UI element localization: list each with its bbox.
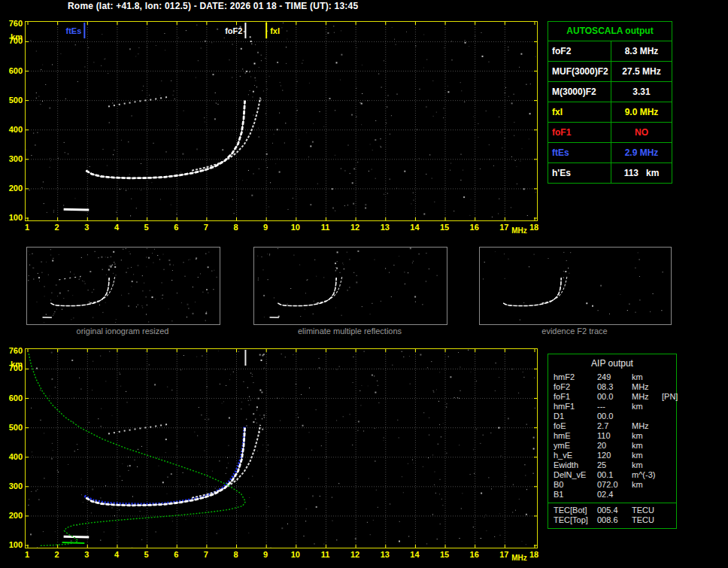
thumbnail-eliminate-reflections bbox=[253, 247, 447, 325]
autoscala-param-value: 3.31 bbox=[611, 82, 672, 102]
x-tick-15: 15 bbox=[437, 550, 452, 559]
x-tick-4: 4 bbox=[109, 550, 124, 559]
x-tick-9: 9 bbox=[258, 550, 273, 559]
aip-param-extra bbox=[662, 382, 676, 392]
aip-param-label: B1 bbox=[554, 490, 597, 500]
aip-param-value: 2.7 bbox=[597, 421, 632, 431]
aip-row-hme: hmE110km bbox=[548, 431, 676, 441]
aip-param-label: hmF1 bbox=[554, 402, 597, 412]
aip-param-label: h_vE bbox=[554, 451, 597, 460]
aip-row-b0: B0072.0km bbox=[548, 480, 676, 490]
y-tick-200: 200 bbox=[2, 184, 23, 193]
x-axis-unit: MHz bbox=[511, 226, 527, 235]
y-tick-300: 300 bbox=[2, 481, 23, 491]
x-tick-18: 18 bbox=[526, 223, 541, 232]
aip-param-extra bbox=[662, 480, 676, 490]
x-tick-13: 13 bbox=[378, 223, 393, 232]
aip-param-value: 008.6 bbox=[597, 515, 632, 525]
thumbnail-evidence-canvas bbox=[480, 248, 669, 323]
autoscala-row-h-es: h'Es113 km bbox=[548, 163, 672, 183]
x-tick-1: 1 bbox=[20, 223, 35, 232]
autoscala-param-label: foF2 bbox=[548, 41, 611, 61]
aip-param-unit: km bbox=[632, 451, 662, 460]
thumbnail-original-ionogram bbox=[26, 247, 220, 325]
autoscala-screen: Rome (lat: +41.8, lon: 012.5) - DATE: 20… bbox=[0, 0, 728, 568]
es-marker-green bbox=[62, 542, 85, 543]
y-tick-500: 500 bbox=[2, 423, 23, 432]
aip-param-label: D1 bbox=[554, 412, 597, 421]
aip-param-label: ymE bbox=[554, 441, 597, 451]
autoscala-param-value: NO bbox=[611, 123, 672, 142]
y-axis-unit: km bbox=[2, 32, 23, 41]
aip-param-extra bbox=[662, 470, 676, 480]
aip-param-value: 110 bbox=[597, 431, 632, 441]
thumbnail-original-canvas bbox=[27, 248, 218, 323]
x-tick-6: 6 bbox=[168, 550, 184, 559]
aip-param-extra bbox=[662, 372, 676, 382]
x-tick-5: 5 bbox=[139, 223, 154, 232]
aip-param-extra: [PN] bbox=[662, 392, 678, 402]
y-tick-400: 400 bbox=[2, 452, 23, 461]
bottom-ionogram-plot bbox=[25, 348, 538, 548]
aip-param-value: 120 bbox=[597, 451, 632, 460]
bottom-ionogram-canvas bbox=[26, 349, 537, 548]
x-tick-18: 18 bbox=[526, 550, 541, 559]
autoscala-param-value: 9.0 MHz bbox=[611, 102, 672, 122]
autoscala-row-fxi: fxI9.0 MHz bbox=[548, 102, 672, 123]
y-tick-500: 500 bbox=[2, 96, 23, 105]
aip-row-hmf1: hmF1---km bbox=[548, 402, 676, 412]
aip-param-extra bbox=[662, 490, 676, 500]
aip-table-rows: hmF2249kmfoF208.3MHzfoF100.0MHz[PN]hmF1-… bbox=[548, 372, 676, 525]
x-tick-15: 15 bbox=[437, 223, 452, 232]
aip-param-value: 00.1 bbox=[597, 470, 632, 480]
autoscala-param-label: foF1 bbox=[548, 123, 611, 142]
x-tick-2: 2 bbox=[50, 550, 65, 559]
aip-tec-divider bbox=[548, 503, 676, 503]
aip-param-extra bbox=[662, 431, 676, 441]
fitted-trace bbox=[84, 427, 244, 505]
thumbnail-caption-original: original ionogram resized bbox=[26, 327, 219, 336]
top-ionogram-plot: ftEsfoF2fxI bbox=[25, 21, 538, 221]
autoscala-row-fof2: foF28.3 MHz bbox=[548, 41, 672, 62]
aip-row-yme: ymE20km bbox=[548, 441, 676, 451]
autoscala-param-value: 27.5 MHz bbox=[611, 62, 672, 81]
aip-param-value: 00.0 bbox=[597, 392, 632, 402]
aip-param-unit: m^(-3) bbox=[632, 470, 662, 480]
aip-param-label: foF1 bbox=[554, 392, 597, 402]
thumbnail-caption-eliminate: eliminate multiple reflections bbox=[253, 327, 446, 336]
aip-param-unit: km bbox=[632, 480, 662, 490]
x-tick-10: 10 bbox=[288, 550, 303, 559]
aip-param-value: 08.3 bbox=[597, 382, 632, 392]
autoscala-param-value: 113 km bbox=[611, 163, 672, 183]
x-tick-16: 16 bbox=[467, 223, 482, 232]
autoscala-param-label: h'Es bbox=[548, 163, 611, 183]
autoscala-param-label: MUF(3000)F2 bbox=[548, 62, 611, 81]
aip-row-hmf2: hmF2249km bbox=[548, 372, 676, 382]
aip-param-label: TEC[Top] bbox=[554, 515, 597, 525]
y-tick-200: 200 bbox=[2, 511, 23, 520]
x-tick-10: 10 bbox=[288, 223, 303, 232]
x-tick-17: 17 bbox=[496, 550, 511, 559]
aip-row-h-ve: h_vE120km bbox=[548, 451, 676, 460]
aip-row-deln-ve: DelN_vE00.1m^(-3) bbox=[548, 470, 676, 480]
aip-param-label: foE bbox=[554, 421, 597, 431]
aip-param-unit: km bbox=[632, 460, 662, 470]
autoscala-row-m-3000-f2: M(3000)F23.31 bbox=[548, 82, 672, 102]
x-tick-9: 9 bbox=[258, 223, 273, 232]
aip-param-extra bbox=[662, 515, 676, 525]
y-tick-300: 300 bbox=[2, 154, 23, 163]
aip-param-unit: MHz bbox=[632, 421, 662, 431]
aip-param-extra bbox=[662, 460, 676, 470]
x-tick-11: 11 bbox=[317, 550, 332, 559]
x-tick-12: 12 bbox=[347, 550, 362, 559]
x-tick-5: 5 bbox=[139, 550, 154, 559]
aip-param-label: hmE bbox=[554, 431, 597, 441]
fxi-marker-label: fxI bbox=[270, 26, 280, 35]
aip-param-extra bbox=[662, 451, 676, 460]
aip-param-label: foF2 bbox=[554, 382, 597, 392]
autoscala-param-label: M(3000)F2 bbox=[548, 82, 611, 102]
x-tick-8: 8 bbox=[229, 550, 244, 559]
aip-output-table: AIP output hmF2249kmfoF208.3MHzfoF100.0M… bbox=[548, 354, 677, 529]
x-tick-14: 14 bbox=[407, 550, 422, 559]
x-tick-6: 6 bbox=[168, 223, 184, 232]
